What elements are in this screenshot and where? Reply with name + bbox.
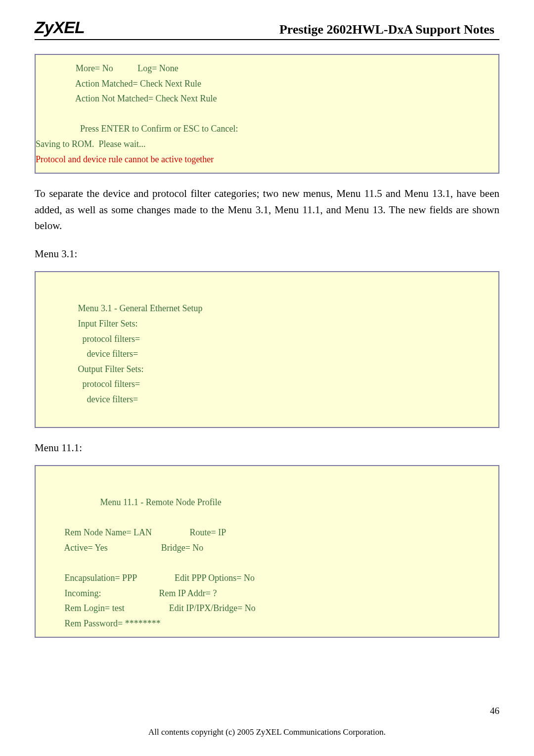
code-line: Press ENTER to Confirm or ESC to Cancel: bbox=[36, 124, 238, 134]
code-line: More= No Log= None bbox=[36, 63, 178, 73]
section-label-menu31: Menu 3.1: bbox=[35, 248, 499, 260]
page-header: ZyXEL Prestige 2602HWL-DxA Support Notes bbox=[35, 18, 499, 40]
section-label-menu111: Menu 11.1: bbox=[35, 442, 499, 454]
code-line: Output Filter Sets: bbox=[36, 364, 144, 374]
code-line: Active= Yes Bridge= No bbox=[36, 543, 203, 553]
code-line: protocol filters= bbox=[36, 379, 140, 389]
code-line: Input Filter Sets: bbox=[36, 319, 138, 329]
code-line: Saving to ROM. Please wait... bbox=[36, 139, 146, 149]
code-line: Incoming: Rem IP Addr= ? bbox=[36, 588, 217, 598]
terminal-output-box-2: Menu 3.1 - General Ethernet Setup Input … bbox=[35, 271, 499, 428]
code-line: Menu 11.1 - Remote Node Profile bbox=[36, 497, 222, 507]
page-number: 46 bbox=[490, 706, 499, 716]
document-title: Prestige 2602HWL-DxA Support Notes bbox=[205, 22, 499, 37]
code-line-error: Protocol and device rule cannot be activ… bbox=[36, 154, 214, 164]
code-line: Rem Password= ******** bbox=[36, 618, 161, 628]
code-line: Encapsulation= PPP Edit PPP Options= No bbox=[36, 573, 255, 583]
code-line: Menu 3.1 - General Ethernet Setup bbox=[36, 303, 202, 313]
code-line: Action Not Matched= Check Next Rule bbox=[36, 94, 217, 103]
code-line: Rem Node Name= LAN Route= IP bbox=[36, 527, 226, 537]
brand-logo: ZyXEL bbox=[35, 18, 85, 37]
code-line: device filters= bbox=[36, 349, 138, 359]
code-line: Rem Login= test Edit IP/IPX/Bridge= No bbox=[36, 603, 256, 613]
body-paragraph: To separate the device and protocol filt… bbox=[35, 186, 499, 234]
terminal-output-box-3: Menu 11.1 - Remote Node Profile Rem Node… bbox=[35, 465, 499, 638]
code-line: protocol filters= bbox=[36, 334, 140, 344]
terminal-output-box-1: More= No Log= None Action Matched= Check… bbox=[35, 54, 499, 174]
code-line: device filters= bbox=[36, 394, 138, 404]
code-line: Action Matched= Check Next Rule bbox=[36, 79, 201, 89]
copyright-footer: All contents copyright (c) 2005 ZyXEL Co… bbox=[0, 727, 534, 737]
